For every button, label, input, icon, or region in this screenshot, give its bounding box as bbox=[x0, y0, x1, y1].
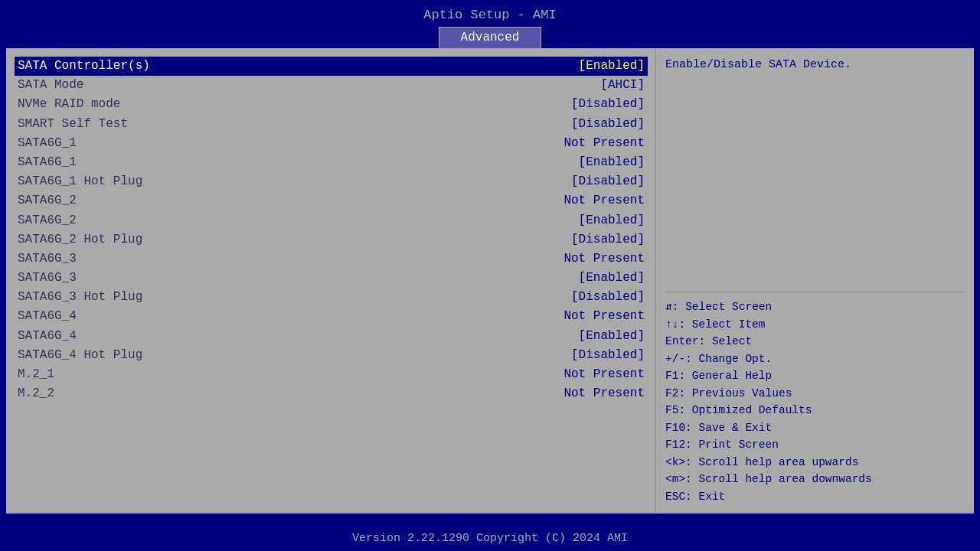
menu-row[interactable]: SATA Controller(s)[Enabled] bbox=[15, 57, 648, 76]
menu-row[interactable]: M.2_2Not Present bbox=[15, 384, 648, 403]
menu-row[interactable]: SMART Self Test[Disabled] bbox=[15, 115, 648, 134]
menu-row-value: [Disabled] bbox=[571, 116, 645, 133]
menu-row-label: SATA6G_1 bbox=[18, 135, 77, 152]
menu-row-label: M.2_2 bbox=[18, 385, 54, 403]
menu-row[interactable]: M.2_1Not Present bbox=[15, 365, 648, 384]
menu-row-label: SATA6G_1 Hot Plug bbox=[18, 173, 142, 191]
key-help-line: <m>: Scroll help area downwards bbox=[665, 471, 964, 487]
footer: Version 2.22.1290 Copyright (C) 2024 AMI bbox=[0, 526, 980, 551]
menu-row-value: Not Present bbox=[564, 250, 645, 268]
menu-row-label: SATA6G_3 bbox=[18, 269, 77, 287]
menu-row-value: [Disabled] bbox=[571, 347, 645, 364]
menu-row-value: [Enabled] bbox=[579, 328, 645, 345]
menu-row[interactable]: SATA6G_2[Enabled] bbox=[15, 211, 648, 230]
menu-row[interactable]: SATA6G_3Not Present bbox=[15, 249, 648, 269]
menu-row-label: SATA Mode bbox=[18, 77, 83, 94]
key-help-line: Enter: Select bbox=[665, 333, 964, 350]
key-help-line: ESC: Exit bbox=[665, 488, 964, 505]
menu-row-label: NVMe RAID mode bbox=[18, 96, 120, 113]
key-help-line: +/-: Change Opt. bbox=[665, 350, 964, 367]
menu-row-value: [Disabled] bbox=[571, 289, 645, 306]
key-help-line: F2: Previous Values bbox=[665, 385, 964, 402]
menu-row-label: SATA6G_3 Hot Plug bbox=[18, 289, 142, 306]
menu-row-value: [Disabled] bbox=[571, 231, 645, 249]
menu-row[interactable]: SATA6G_2Not Present bbox=[15, 191, 648, 210]
menu-row-value: Not Present bbox=[564, 366, 645, 383]
left-panel: SATA Controller(s)[Enabled]SATA Mode[AHC… bbox=[7, 49, 656, 513]
divider bbox=[665, 292, 964, 292]
menu-row-label: SATA6G_3 bbox=[18, 250, 77, 268]
menu-row[interactable]: SATA6G_2 Hot Plug[Disabled] bbox=[15, 230, 648, 249]
tab-bar: Advanced bbox=[0, 27, 980, 48]
menu-row-value: [Enabled] bbox=[579, 269, 645, 287]
menu-row-label: SATA6G_4 bbox=[18, 308, 77, 325]
menu-row-label: SATA Controller(s) bbox=[18, 57, 150, 75]
menu-row-label: SATA6G_4 bbox=[18, 328, 77, 345]
menu-row[interactable]: SATA Mode[AHCI] bbox=[15, 76, 648, 95]
menu-row[interactable]: SATA6G_1Not Present bbox=[15, 134, 648, 153]
menu-row-label: SMART Self Test bbox=[18, 116, 128, 133]
menu-row-label: SATA6G_2 Hot Plug bbox=[18, 231, 142, 249]
right-panel: Enable/Disable SATA Device. ⇵: Select Sc… bbox=[656, 49, 973, 513]
menu-row-value: [Enabled] bbox=[579, 57, 645, 75]
key-help-line: F10: Save & Exit bbox=[665, 419, 964, 436]
menu-row-value: [Disabled] bbox=[571, 173, 645, 191]
app-title: Aptio Setup - AMI bbox=[423, 8, 556, 22]
menu-row-value: [Enabled] bbox=[579, 154, 645, 171]
menu-row[interactable]: SATA6G_4 Hot Plug[Disabled] bbox=[15, 346, 648, 365]
menu-row-value: Not Present bbox=[564, 135, 645, 152]
menu-row-value: Not Present bbox=[564, 308, 645, 325]
menu-row[interactable]: SATA6G_4Not Present bbox=[15, 307, 648, 326]
menu-row[interactable]: SATA6G_1[Enabled] bbox=[15, 153, 648, 172]
tab-advanced[interactable]: Advanced bbox=[439, 27, 542, 48]
key-help: ⇵: Select Screen↑↓: Select ItemEnter: Se… bbox=[665, 298, 964, 505]
key-help-line: ↑↓: Select Item bbox=[665, 316, 964, 333]
menu-row-label: SATA6G_2 bbox=[18, 192, 77, 210]
menu-row-label: SATA6G_2 bbox=[18, 212, 77, 230]
key-help-line: ⇵: Select Screen bbox=[665, 298, 964, 315]
key-help-line: F12: Print Screen bbox=[665, 436, 964, 453]
menu-row[interactable]: SATA6G_3 Hot Plug[Disabled] bbox=[15, 288, 648, 307]
menu-row-value: [AHCI] bbox=[600, 77, 645, 94]
menu-row[interactable]: SATA6G_4[Enabled] bbox=[15, 327, 648, 346]
help-text: Enable/Disable SATA Device. bbox=[665, 57, 964, 285]
main-content: SATA Controller(s)[Enabled]SATA Mode[AHC… bbox=[6, 48, 974, 514]
title-bar: Aptio Setup - AMI bbox=[0, 0, 980, 27]
menu-row-label: SATA6G_1 bbox=[18, 154, 77, 171]
menu-row-value: [Enabled] bbox=[579, 212, 645, 230]
menu-row-value: [Disabled] bbox=[571, 96, 645, 113]
key-help-line: F1: General Help bbox=[665, 367, 964, 384]
menu-row-label: SATA6G_4 Hot Plug bbox=[18, 347, 142, 364]
menu-row[interactable]: NVMe RAID mode[Disabled] bbox=[15, 95, 648, 114]
menu-row-value: Not Present bbox=[564, 385, 645, 403]
menu-row[interactable]: SATA6G_3[Enabled] bbox=[15, 269, 648, 288]
menu-row-label: M.2_1 bbox=[18, 366, 54, 383]
key-help-line: F5: Optimized Defaults bbox=[665, 402, 964, 419]
menu-row[interactable]: SATA6G_1 Hot Plug[Disabled] bbox=[15, 172, 648, 191]
key-help-line: <k>: Scroll help area upwards bbox=[665, 454, 964, 471]
menu-row-value: Not Present bbox=[564, 192, 645, 210]
